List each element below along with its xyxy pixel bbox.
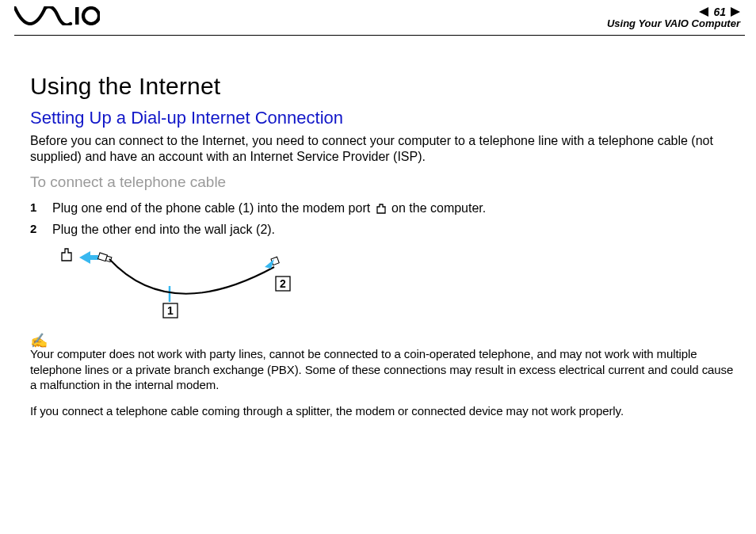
svg-point-1	[83, 8, 99, 24]
page-number: 61	[712, 6, 727, 17]
diagram-label-1: 1	[167, 304, 174, 317]
note-text-2: If you connect a telephone cable coming …	[30, 403, 735, 418]
step-2: Plug the other end into the wall jack (2…	[30, 220, 735, 238]
note-text-1: Your computer does not work with party l…	[30, 346, 735, 392]
cable-diagram: 1 2	[40, 248, 735, 327]
nav-next-icon[interactable]	[731, 7, 740, 17]
intro-paragraph: Before you can connect to the Internet, …	[30, 133, 735, 166]
steps-list: Plug one end of the phone cable (1) into…	[30, 199, 735, 238]
step-1-text-a: Plug one end of the phone cable (1) into…	[52, 201, 374, 215]
page-nav: 61 Using Your VAIO Computer	[607, 6, 740, 29]
section-title: Setting Up a Dial-up Internet Connection	[30, 108, 735, 128]
vaio-logo	[14, 6, 100, 29]
svg-rect-0	[75, 7, 79, 25]
page-title: Using the Internet	[30, 73, 735, 100]
step-1: Plug one end of the phone cable (1) into…	[30, 199, 735, 219]
header-rule	[14, 35, 745, 36]
page-header: 61 Using Your VAIO Computer	[0, 6, 756, 33]
breadcrumb: Using Your VAIO Computer	[607, 17, 740, 29]
nav-prev-icon[interactable]	[699, 7, 708, 17]
diagram-label-2: 2	[280, 277, 286, 290]
page-content: Using the Internet Setting Up a Dial-up …	[30, 73, 735, 429]
subsection-title: To connect a telephone cable	[30, 174, 735, 191]
svg-marker-2	[79, 251, 98, 264]
step-1-text-b: on the computer.	[388, 201, 487, 215]
note-block: ✍ Your computer does not work with party…	[30, 334, 735, 418]
modem-port-icon	[376, 200, 387, 219]
